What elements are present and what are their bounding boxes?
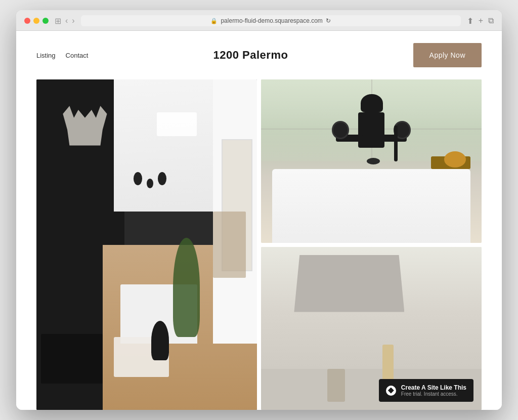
nav-links: Listing Contact (36, 52, 88, 59)
new-tab-icon[interactable]: + (479, 16, 483, 26)
reload-icon[interactable]: ↻ (326, 17, 331, 24)
faucet (327, 112, 415, 202)
traffic-lights (24, 18, 49, 24)
browser-window: ⊞ ‹ › 🔒 palermo-fluid-demo.squarespace.c… (16, 10, 502, 410)
gallery-image-living-room (36, 79, 257, 410)
sq-badge-text: Create A Site Like This Free trial. Inst… (401, 384, 466, 397)
living-room-photo (36, 79, 257, 410)
fullscreen-button[interactable] (42, 18, 49, 24)
apply-now-button[interactable]: Apply Now (413, 43, 482, 67)
plant (173, 238, 199, 337)
duplicate-icon[interactable]: ⧉ (488, 16, 494, 26)
back-button[interactable]: ‹ (65, 16, 68, 25)
url-text: palermo-fluid-demo.squarespace.com (221, 17, 322, 24)
gallery-image-bathroom (261, 79, 482, 243)
shower-head (361, 94, 383, 112)
faucet-body (358, 112, 384, 148)
address-bar[interactable]: 🔒 palermo-fluid-demo.squarespace.com ↻ (81, 15, 461, 26)
close-button[interactable] (24, 18, 30, 24)
kitchen-hood (294, 255, 404, 312)
dining-area (213, 212, 246, 278)
lock-icon: 🔒 (210, 18, 218, 24)
counter-item (327, 369, 345, 402)
minimize-button[interactable] (33, 18, 39, 24)
sq-main-text: Create A Site Like This (401, 384, 466, 391)
black-stool (151, 321, 169, 360)
share-icon[interactable]: ⬆ (467, 16, 473, 26)
pendant-light-1 (134, 172, 142, 185)
forward-button[interactable]: › (72, 16, 74, 25)
fireplace (41, 334, 103, 384)
bathroom-photo (261, 79, 482, 243)
squarespace-badge[interactable]: Create A Site Like This Free trial. Inst… (379, 379, 473, 402)
website-content: Listing Contact 1200 Palermo Apply Now (16, 31, 502, 410)
pendant-light-3 (158, 172, 166, 185)
site-title: 1200 Palermo (213, 49, 288, 62)
faucet-handle-left (332, 121, 350, 139)
nav-link-listing[interactable]: Listing (36, 52, 56, 59)
shower-hose (394, 125, 398, 161)
sq-sub-text: Free trial. Instant access. (401, 391, 466, 397)
browser-chrome: ⊞ ‹ › 🔒 palermo-fluid-demo.squarespace.c… (16, 10, 502, 31)
browser-controls: ⊞ ‹ › (55, 16, 75, 26)
squarespace-logo-mark (388, 388, 394, 394)
browser-actions: ⬆ + ⧉ (467, 16, 494, 26)
gallery-image-kitchen: Create A Site Like This Free trial. Inst… (261, 247, 482, 410)
skylight (157, 112, 197, 136)
squarespace-logo (386, 386, 396, 396)
window-controls-icon[interactable]: ⊞ (55, 16, 61, 26)
nav-link-contact[interactable]: Contact (66, 52, 89, 59)
navigation: Listing Contact 1200 Palermo Apply Now (16, 31, 502, 79)
photo-gallery: Create A Site Like This Free trial. Inst… (16, 79, 502, 410)
